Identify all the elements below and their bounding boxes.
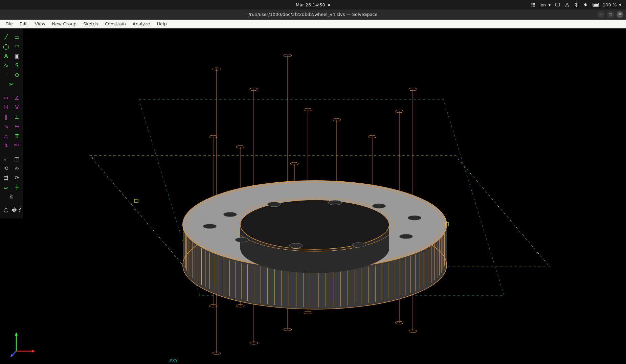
language-indicator[interactable]: en▾ (540, 2, 551, 7)
minimize-button[interactable]: – (598, 11, 604, 18)
notification-dot (328, 4, 330, 6)
svg-point-3 (532, 4, 533, 5)
menu-file[interactable]: File (2, 20, 16, 27)
wheel-bore (240, 200, 389, 249)
menu-edit[interactable]: Edit (16, 20, 31, 27)
bolt-hole (408, 215, 421, 220)
svg-point-5 (534, 4, 535, 5)
maximize-button[interactable]: ▢ (607, 11, 614, 18)
volume-icon[interactable] (583, 2, 588, 7)
svg-point-2 (534, 3, 535, 4)
system-top-bar: Mar 26 14:50 en▾ 100 %▾ (0, 0, 626, 9)
svg-marker-123 (15, 332, 18, 336)
bluetooth-icon[interactable] (574, 2, 578, 7)
battery-indicator[interactable]: 100 %▾ (593, 2, 621, 7)
menu-view[interactable]: View (31, 20, 49, 27)
bolt-hole (289, 243, 303, 248)
close-button[interactable]: ✕ (617, 11, 623, 18)
network-icon[interactable] (565, 2, 569, 7)
bolt-hole (399, 234, 413, 239)
app-grid-icon[interactable] (531, 2, 536, 7)
svg-marker-125 (32, 350, 35, 352)
menu-new-group[interactable]: New Group (49, 20, 80, 27)
svg-point-0 (532, 3, 533, 4)
window-titlebar: /run/user/1000/doc/3f22dbd2/wheel_v4.slv… (0, 9, 626, 20)
svg-point-7 (533, 6, 534, 7)
menu-help[interactable]: Help (153, 20, 170, 27)
bolt-hole (372, 204, 386, 208)
svg-point-6 (532, 6, 533, 7)
window-title: /run/user/1000/doc/3f22dbd2/wheel_v4.slv… (248, 12, 378, 17)
axis-gizmo (9, 327, 40, 358)
bolt-hole (352, 243, 365, 247)
svg-rect-18 (135, 199, 138, 203)
viewport-3d[interactable] (0, 28, 626, 364)
bolt-hole (235, 237, 249, 242)
workspace: ╱▭◯◠A▣∿S·⊙✂↔∠HV∥⊥↘↔△⇈↯REF⬐◫⟲⎋⇶⟳▱┼⎘⬡�វ #X… (0, 28, 626, 364)
bolt-hole (203, 224, 217, 229)
clock-text: Mar 26 14:50 (296, 2, 325, 7)
svg-rect-15 (594, 4, 598, 6)
svg-rect-9 (556, 3, 560, 6)
clock-area: Mar 26 14:50 (296, 2, 330, 7)
screen-icon[interactable] (555, 2, 560, 7)
menu-bar: FileEditViewNew GroupSketchConstrainAnal… (0, 20, 626, 28)
svg-point-1 (533, 3, 534, 4)
menu-sketch[interactable]: Sketch (80, 20, 102, 27)
menu-constrain[interactable]: Constrain (102, 20, 129, 27)
bolt-hole (328, 200, 342, 205)
menu-analyze[interactable]: Analyze (129, 20, 153, 27)
svg-point-4 (533, 4, 534, 5)
svg-point-8 (534, 6, 535, 7)
workplane-label: #XY (169, 358, 178, 363)
svg-rect-14 (599, 4, 599, 5)
bolt-hole (267, 202, 281, 207)
bolt-hole (223, 212, 237, 217)
